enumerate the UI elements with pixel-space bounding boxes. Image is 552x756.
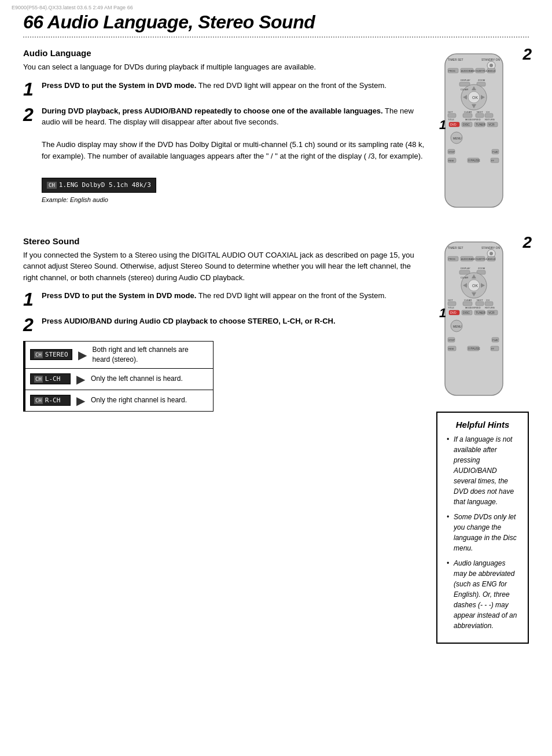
helpful-hints-box: Helpful Hints If a language is not avail… xyxy=(436,412,529,644)
stereo-label-stereo: STEREO xyxy=(45,351,68,358)
svg-text:TUNER: TUNER xyxy=(476,311,486,314)
audio-step-1: 1 Press DVD to put the System in DVD mod… xyxy=(23,80,425,98)
ch-badge-stereo: CH xyxy=(34,351,43,358)
svg-text:FF: FF xyxy=(491,347,494,350)
svg-rect-84 xyxy=(463,302,472,306)
file-info: E9000(P55-84).QX33.latest 03.6.5 2:49 AM… xyxy=(12,5,133,10)
svg-text:NEXT: NEXT xyxy=(477,111,483,113)
svg-text:TITLE: TITLE xyxy=(448,306,454,309)
ch-badge-rch: CH xyxy=(34,397,43,404)
svg-text:MENU: MENU xyxy=(453,325,462,328)
section-divider xyxy=(23,36,529,38)
svg-rect-28 xyxy=(463,113,472,118)
svg-text:REW: REW xyxy=(448,159,454,162)
svg-text:STOP: STOP xyxy=(448,151,455,153)
svg-text:VCR: VCR xyxy=(488,311,495,314)
step-2-extra: The Audio display may show if the DVD ha… xyxy=(42,140,424,160)
svg-text:PLAY: PLAY xyxy=(492,339,498,342)
example-label: Example: English audio xyxy=(42,195,425,205)
svg-text:PROG: PROG xyxy=(448,69,455,72)
step-2-bold: During DVD playback, press AUDIO/BAND re… xyxy=(42,107,383,115)
step-1-number: 1 xyxy=(23,80,36,98)
svg-text:ANGLE: ANGLE xyxy=(488,258,496,260)
svg-text:DISC: DISC xyxy=(463,311,470,314)
stereo-step-1: 1 Press DVD to put the System in DVD mod… xyxy=(23,290,425,309)
svg-text:DISC: DISC xyxy=(463,123,470,126)
stereo-badge-lch: CH L-CH xyxy=(30,373,71,384)
svg-text:ANGLE: ANGLE xyxy=(488,69,496,72)
stereo-content: Stereo Sound If you connected the System… xyxy=(23,236,425,644)
svg-rect-30 xyxy=(476,113,484,118)
svg-text:MODE/SPEED: MODE/SPEED xyxy=(465,118,481,121)
audio-language-section: Audio Language You can select a language… xyxy=(23,48,529,219)
svg-rect-88 xyxy=(485,302,493,306)
stereo-desc-rch: Only the right channel is heard. xyxy=(91,395,187,405)
svg-text:STOP: STOP xyxy=(448,339,455,342)
ch-badge-lch: CH xyxy=(34,376,43,383)
svg-text:STANDBY ON: STANDBY ON xyxy=(481,58,500,61)
stereo-step-2-number: 2 xyxy=(23,315,36,334)
svg-text:TIMER SET: TIMER SET xyxy=(448,58,463,61)
svg-text:NEXT: NEXT xyxy=(477,299,483,302)
svg-rect-0 xyxy=(445,54,503,207)
stereo-title: Stereo Sound xyxy=(23,236,425,246)
svg-text:RETURN: RETURN xyxy=(485,306,495,309)
svg-text:AUDIO/BAND: AUDIO/BAND xyxy=(461,69,476,72)
stereo-step-1-number: 1 xyxy=(23,290,36,309)
svg-text:VCR: VCR xyxy=(488,123,495,126)
hints-list: If a language is not available after pre… xyxy=(447,434,518,631)
stereo-remote-wrapper: 2 TIMER SET STANDBY ON PROG AUDIO/BAND S… xyxy=(436,236,529,400)
stereo-badge-rch: CH R-CH xyxy=(30,395,71,406)
stereo-option-rch: CH R-CH ▶ Only the right channel is hear… xyxy=(25,390,213,411)
svg-text:II PAUSE: II PAUSE xyxy=(468,347,480,350)
svg-text:FF: FF xyxy=(491,159,494,162)
stereo-label-1: 1 xyxy=(439,306,446,321)
svg-text:PLAY: PLAY xyxy=(492,151,498,153)
stereo-option-stereo: CH STEREO ▶ Both right and left channels… xyxy=(25,342,213,369)
ch-badge: CH xyxy=(47,182,57,189)
svg-text:II PAUSE: II PAUSE xyxy=(468,159,480,162)
svg-text:ZOOM: ZOOM xyxy=(478,79,485,82)
svg-text:DISPLAY: DISPLAY xyxy=(461,267,470,270)
svg-text:GOT: GOT xyxy=(448,299,453,302)
stereo-step-2-bold: Press AUDIO/BAND during Audio CD playbac… xyxy=(42,317,336,325)
audio-remote-col: 2 TIMER SET STANDBY ON PROG AUDIO/BAND S… xyxy=(436,48,529,219)
audio-language-title: Audio Language xyxy=(23,48,425,58)
svg-rect-32 xyxy=(485,113,493,118)
stereo-step-num-2: 2 xyxy=(522,233,532,252)
step-1-bold: Press DVD to put the System in DVD mode. xyxy=(42,81,196,90)
svg-text:GOT: GOT xyxy=(448,111,453,113)
svg-text:CLEAR: CLEAR xyxy=(464,111,472,113)
stereo-desc-lch: Only the left channel is heard. xyxy=(91,374,183,384)
audio-remote-wrapper: 2 TIMER SET STANDBY ON PROG AUDIO/BAND S… xyxy=(436,48,529,212)
step-2-number: 2 xyxy=(23,105,36,124)
svg-text:CLEAR: CLEAR xyxy=(461,276,468,279)
hint-3: Audio languages may be abbreviated (such… xyxy=(447,558,518,631)
svg-rect-82 xyxy=(448,302,456,306)
svg-text:OK: OK xyxy=(472,96,478,100)
svg-text:ZOOM: ZOOM xyxy=(478,267,485,270)
audio-language-content: Audio Language You can select a language… xyxy=(23,48,425,219)
svg-text:TITLE: TITLE xyxy=(448,118,454,121)
stereo-remote-col: 2 TIMER SET STANDBY ON PROG AUDIO/BAND S… xyxy=(436,236,529,644)
svg-text:MODE/SPEED: MODE/SPEED xyxy=(465,306,481,309)
svg-rect-26 xyxy=(448,113,456,118)
svg-text:CH: CH xyxy=(486,299,490,302)
svg-text:TIMER SET: TIMER SET xyxy=(448,246,463,249)
hint-1: If a language is not available after pre… xyxy=(447,434,518,507)
svg-text:STANDBY ON: STANDBY ON xyxy=(481,246,500,249)
stereo-desc-stereo: Both right and left channels are heard (… xyxy=(93,345,208,365)
stereo-step-2: 2 Press AUDIO/BAND during Audio CD playb… xyxy=(23,315,425,334)
stereo-step-1-bold: Press DVD to put the System in DVD mode. xyxy=(42,291,196,300)
svg-text:DISPLAY: DISPLAY xyxy=(461,79,470,82)
svg-text:AUDIO/BAND: AUDIO/BAND xyxy=(461,258,476,260)
svg-text:CLEAR: CLEAR xyxy=(464,299,472,302)
stereo-step-2-text: Press AUDIO/BAND during Audio CD playbac… xyxy=(42,315,336,327)
stereo-step-1-text: Press DVD to put the System in DVD mode.… xyxy=(42,290,387,302)
audio-language-intro: You can select a language for DVDs durin… xyxy=(23,61,425,73)
svg-point-4 xyxy=(490,64,493,67)
svg-text:CH: CH xyxy=(486,111,490,113)
svg-text:MENU: MENU xyxy=(453,137,462,140)
svg-text:REW: REW xyxy=(448,347,454,350)
svg-text:SUBTITLE: SUBTITLE xyxy=(476,69,487,72)
